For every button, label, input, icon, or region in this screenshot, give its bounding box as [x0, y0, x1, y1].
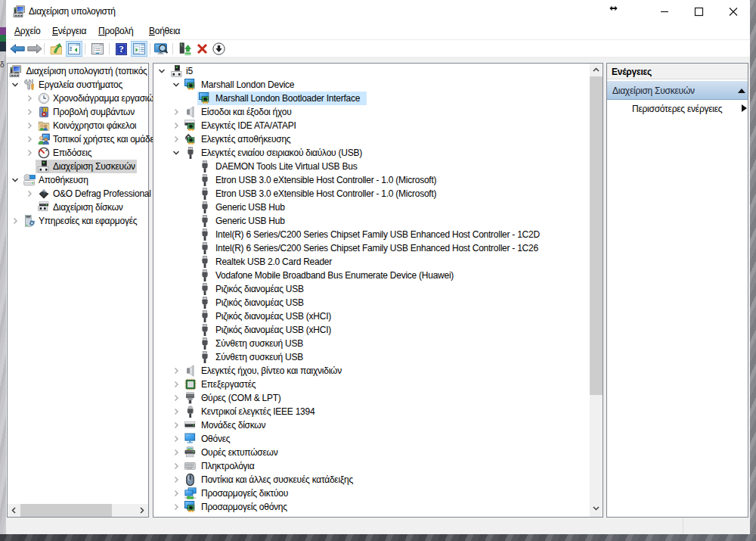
svg-text:?: ?: [119, 44, 123, 54]
